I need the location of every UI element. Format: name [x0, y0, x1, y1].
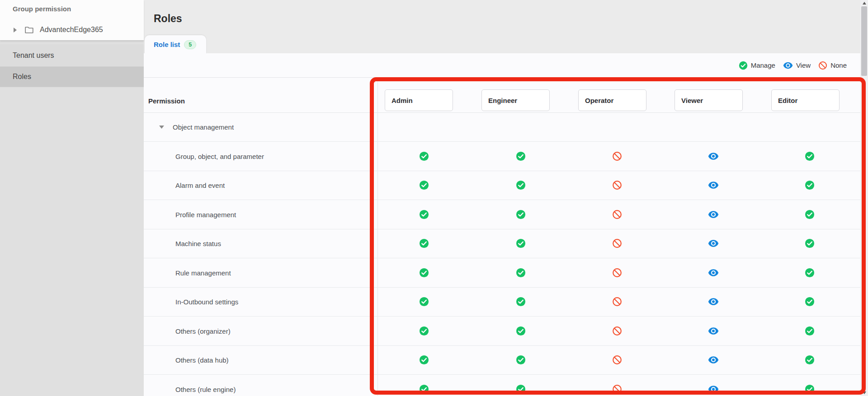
sidebar-item-roles[interactable]: Roles: [0, 67, 144, 87]
permission-cell-operator[interactable]: [612, 297, 622, 307]
view-icon: [708, 210, 719, 219]
permission-cell-engineer[interactable]: [516, 384, 526, 394]
tree-item-label: AdvantechEdge365: [40, 26, 103, 34]
role-name-input-engineer[interactable]: Engineer: [481, 89, 550, 111]
manage-icon: [419, 210, 429, 219]
permission-cell-admin[interactable]: [419, 355, 429, 365]
sidebar-item-tenant-users[interactable]: Tenant users: [0, 44, 144, 67]
permission-cell-operator[interactable]: [612, 238, 622, 248]
permission-group-label: Object management: [173, 123, 234, 131]
permission-cell-engineer[interactable]: [516, 238, 526, 248]
permission-cell-editor[interactable]: [805, 151, 815, 161]
permission-row-group-object-and-parameter: Group, object, and parameter: [144, 142, 860, 171]
permission-cell-viewer[interactable]: [708, 384, 719, 394]
permission-cell-editor[interactable]: [805, 238, 815, 248]
permission-cell-editor[interactable]: [805, 210, 815, 219]
role-list-panel: ManageViewNone Permission AdminEngineerO…: [144, 53, 860, 396]
none-icon: [612, 268, 622, 278]
view-icon: [708, 268, 719, 278]
permission-cell-admin[interactable]: [419, 326, 429, 336]
manage-icon: [419, 180, 429, 190]
scrollbar-thumb[interactable]: [861, 6, 867, 76]
permission-column-header: Permission: [148, 97, 185, 105]
manage-icon: [516, 151, 526, 161]
manage-icon: [805, 180, 815, 190]
permission-cell-operator[interactable]: [612, 151, 622, 161]
permission-row-label: Group, object, and parameter: [175, 152, 264, 160]
permission-cell-engineer[interactable]: [516, 326, 526, 336]
permission-cell-editor[interactable]: [805, 384, 815, 394]
permission-cell-engineer[interactable]: [516, 180, 526, 190]
permission-cell-admin[interactable]: [419, 384, 429, 394]
permission-cell-admin[interactable]: [419, 151, 429, 161]
permission-cell-admin[interactable]: [419, 180, 429, 190]
role-count-badge: 5: [184, 40, 196, 49]
role-name-input-editor[interactable]: Editor: [771, 89, 840, 111]
scrollbar-up-arrow[interactable]: [860, 0, 868, 6]
permission-cell-operator[interactable]: [612, 268, 622, 278]
permission-cell-engineer[interactable]: [516, 297, 526, 307]
permission-row-others-rule-engine-: Others (rule engine): [144, 375, 860, 396]
vertical-scrollbar[interactable]: [860, 0, 868, 396]
permission-cell-engineer[interactable]: [516, 355, 526, 365]
manage-icon: [419, 151, 429, 161]
view-icon: [708, 151, 719, 161]
permission-row-label: Profile management: [175, 210, 236, 218]
permission-cell-viewer[interactable]: [708, 297, 719, 307]
role-name-input-operator[interactable]: Operator: [578, 89, 646, 111]
manage-icon: [516, 384, 526, 394]
permission-cell-engineer[interactable]: [516, 210, 526, 219]
legend-label: None: [830, 61, 847, 69]
permission-cell-admin[interactable]: [419, 268, 429, 278]
permission-cell-engineer[interactable]: [516, 268, 526, 278]
permission-cell-viewer[interactable]: [708, 210, 719, 219]
legend-item-view: View: [783, 61, 811, 70]
permission-row-profile-management: Profile management: [144, 200, 860, 229]
permission-cell-viewer[interactable]: [708, 326, 719, 336]
permission-cell-editor[interactable]: [805, 268, 815, 278]
manage-icon: [516, 268, 526, 278]
permission-cell-viewer[interactable]: [708, 180, 719, 190]
tree-expand-arrow-icon[interactable]: [14, 28, 20, 33]
permission-cell-editor[interactable]: [805, 297, 815, 307]
sidebar-item-label: Tenant users: [13, 51, 54, 60]
permission-row-rule-management: Rule management: [144, 258, 860, 288]
manage-icon: [419, 355, 429, 365]
legend-item-none: None: [818, 61, 847, 70]
manage-icon: [805, 268, 815, 278]
permission-cell-admin[interactable]: [419, 238, 429, 248]
view-icon: [708, 297, 719, 307]
legend-label: Manage: [751, 61, 775, 69]
permission-cell-admin[interactable]: [419, 210, 429, 219]
permission-cell-viewer[interactable]: [708, 151, 719, 161]
manage-icon: [516, 297, 526, 307]
tree-item-advantechedge365[interactable]: AdvantechEdge365: [0, 22, 144, 38]
permission-cell-viewer[interactable]: [708, 355, 719, 365]
permission-row-in-outbound-settings: In-Outbound settings: [144, 288, 860, 317]
permission-cell-admin[interactable]: [419, 297, 429, 307]
manage-icon: [419, 238, 429, 248]
view-icon-legend: [783, 61, 793, 70]
manage-icon: [805, 355, 815, 365]
permission-cell-operator[interactable]: [612, 180, 622, 190]
folder-icon: [24, 26, 34, 34]
none-icon: [612, 151, 622, 161]
role-name-input-viewer[interactable]: Viewer: [675, 89, 743, 111]
scrollbar-down-arrow[interactable]: [860, 390, 868, 396]
none-icon: [612, 238, 622, 248]
permission-cell-operator[interactable]: [612, 355, 622, 365]
permission-cell-editor[interactable]: [805, 326, 815, 336]
permission-cell-operator[interactable]: [612, 210, 622, 219]
permission-row-alarm-and-event: Alarm and event: [144, 171, 860, 200]
permission-cell-editor[interactable]: [805, 180, 815, 190]
permission-cell-viewer[interactable]: [708, 238, 719, 248]
legend-label: View: [796, 61, 811, 69]
role-name-input-admin[interactable]: Admin: [385, 89, 453, 111]
permission-cell-editor[interactable]: [805, 355, 815, 365]
permission-cell-operator[interactable]: [612, 384, 622, 394]
permission-cell-operator[interactable]: [612, 326, 622, 336]
permission-cell-viewer[interactable]: [708, 268, 719, 278]
permission-cell-engineer[interactable]: [516, 151, 526, 161]
chevron-down-icon[interactable]: [159, 126, 164, 129]
tab-role-list[interactable]: Role list 5: [145, 35, 206, 54]
